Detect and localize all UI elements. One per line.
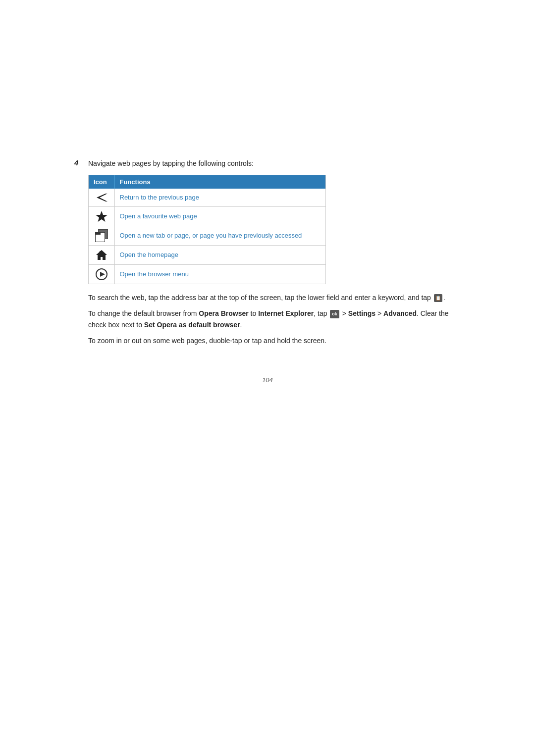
- step-number: 4: [74, 158, 83, 167]
- function-cell-menu: Open the browser menu: [114, 265, 325, 284]
- table-row: Return to the previous page: [89, 189, 325, 207]
- icon-table-container: Icon Functions Return to the pr: [88, 175, 326, 284]
- icon-cell-menu: [89, 265, 114, 284]
- svg-marker-5: [100, 272, 105, 277]
- tab-front-page: [95, 232, 105, 242]
- function-text-back: Return to the previous page: [120, 194, 199, 201]
- step-header: 4 Navigate web pages by tapping the foll…: [74, 158, 461, 169]
- para2-text-mid4: >: [375, 309, 383, 317]
- page-number: 104: [74, 376, 461, 384]
- body-paragraph-1: To search the web, tap the address bar a…: [88, 292, 461, 303]
- play-circle-icon: [94, 268, 109, 281]
- para2-text-before: To change the default browser from: [88, 309, 199, 317]
- page-content: 4 Navigate web pages by tapping the foll…: [74, 0, 461, 483]
- function-cell-home: Open the homepage: [114, 246, 325, 265]
- tab-icon-wrapper: [95, 229, 108, 242]
- table-row: Open the homepage: [89, 246, 325, 265]
- function-text-tab: Open a new tab or page, or page you have…: [120, 232, 302, 239]
- function-text-menu: Open the browser menu: [120, 270, 189, 278]
- para2-text-mid1: to: [249, 309, 258, 317]
- table-row: Open the browser menu: [89, 265, 325, 284]
- star-icon: [94, 210, 109, 223]
- icon-cell-tab: [89, 226, 114, 246]
- function-cell-star: Open a favourite web page: [114, 207, 325, 226]
- icon-cell-home: [89, 246, 114, 265]
- icon-cell-star: [89, 207, 114, 226]
- svg-rect-3: [100, 251, 101, 253]
- function-cell-tab: Open a new tab or page, or page you have…: [114, 226, 325, 246]
- tab-icon: [94, 229, 109, 242]
- para2-bold-opera: Opera Browser: [199, 309, 248, 317]
- para3-text: To zoom in or out on some web pages, duo…: [88, 337, 326, 345]
- table-header-row: Icon Functions: [89, 175, 325, 189]
- para2-bold-advanced: Advanced: [383, 309, 417, 317]
- para2-text-mid3: >: [340, 309, 348, 317]
- back-arrow-icon: [94, 192, 109, 203]
- body-paragraph-2: To change the default browser from Opera…: [88, 308, 461, 330]
- para1-text-after: .: [443, 294, 445, 302]
- para2-bold-ie: Internet Explorer: [258, 309, 314, 317]
- body-paragraph-3: To zoom in or out on some web pages, duo…: [88, 335, 461, 346]
- para2-bold-settings: Settings: [348, 309, 375, 317]
- col-header-icon: Icon: [89, 175, 114, 189]
- para2-bold-set-opera: Set Opera as default browser: [144, 321, 240, 329]
- icon-functions-table: Icon Functions Return to the pr: [89, 175, 325, 284]
- table-row: Open a favourite web page: [89, 207, 325, 226]
- function-text-home: Open the homepage: [120, 251, 179, 258]
- function-text-star: Open a favourite web page: [120, 212, 197, 220]
- svg-marker-0: [97, 194, 107, 202]
- tab-inline-icon: 📋: [434, 294, 442, 302]
- step-text: Navigate web pages by tapping the follow…: [88, 158, 254, 169]
- ok-inline-icon: ok: [330, 310, 339, 318]
- svg-marker-2: [96, 250, 107, 260]
- icon-cell-back: [89, 189, 114, 207]
- function-cell-back: Return to the previous page: [114, 189, 325, 207]
- para1-text-before: To search the web, tap the address bar a…: [88, 294, 433, 302]
- home-icon: [94, 249, 109, 261]
- svg-marker-1: [96, 211, 107, 222]
- para2-text-final: .: [240, 321, 242, 329]
- tab-notch: [96, 233, 101, 235]
- para2-text-mid2: , tap: [314, 309, 329, 317]
- col-header-functions: Functions: [114, 175, 325, 189]
- table-row: Open a new tab or page, or page you have…: [89, 226, 325, 246]
